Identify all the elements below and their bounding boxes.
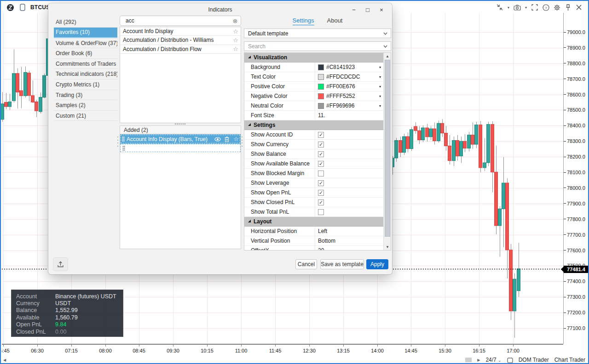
- text-value[interactable]: 20: [318, 247, 324, 250]
- result-row[interactable]: Accumulation / Distribution Flow☆: [120, 45, 241, 54]
- property-value[interactable]: [315, 169, 384, 178]
- category-item[interactable]: Technical indicators (218): [54, 69, 117, 80]
- property-grid-scrollbar[interactable]: ▲ ▼: [383, 53, 391, 250]
- dropdown-arrow-icon[interactable]: ▾: [379, 75, 381, 79]
- favorite-star-icon[interactable]: ☆: [231, 136, 241, 142]
- property-value[interactable]: 20: [315, 246, 384, 250]
- category-item[interactable]: Volume & OrderFlow (37): [54, 38, 117, 49]
- splitter-grip-right[interactable]: [242, 136, 243, 147]
- visibility-eye-icon[interactable]: [213, 137, 222, 142]
- checkbox[interactable]: [318, 171, 324, 176]
- splitter-grip-left[interactable]: [117, 136, 119, 147]
- property-value[interactable]: ✓: [315, 198, 384, 207]
- property-value[interactable]: ✓: [315, 130, 384, 139]
- price-axis[interactable]: 77481.4 79000.078900.078800.078700.07860…: [563, 13, 588, 344]
- category-item[interactable]: Favorites (10): [54, 28, 117, 38]
- result-row[interactable]: Accumulation / Distribution - Williams☆: [120, 36, 241, 45]
- checkbox[interactable]: ✓: [318, 190, 324, 196]
- settings-search-combo[interactable]: Search: [244, 41, 391, 51]
- symbol-link-icon[interactable]: [18, 3, 27, 12]
- category-item[interactable]: Custom (21): [54, 111, 117, 121]
- category-item[interactable]: Trading (3): [54, 90, 117, 101]
- property-value[interactable]: ✓: [315, 178, 384, 188]
- property-value[interactable]: Left: [315, 227, 384, 236]
- scrollbar-down-icon[interactable]: ▼: [384, 244, 391, 250]
- dom-trader-button[interactable]: DOM Trader: [519, 357, 549, 363]
- category-item[interactable]: Order Book (6): [54, 48, 117, 59]
- cancel-button[interactable]: Cancel: [295, 259, 317, 269]
- group-header[interactable]: Visualization: [244, 53, 384, 63]
- dialog-close-button[interactable]: ×: [375, 5, 388, 14]
- group-header[interactable]: Settings: [244, 120, 384, 130]
- property-value[interactable]: #FFDCDCDC▾: [315, 72, 384, 81]
- collapse-caret-icon[interactable]: ▾: [506, 6, 511, 10]
- pin-icon[interactable]: [563, 3, 572, 12]
- checkbox[interactable]: ✓: [318, 132, 324, 138]
- property-value[interactable]: ✓: [315, 188, 384, 197]
- search-clear-icon[interactable]: ⊗: [230, 17, 241, 24]
- session-selector[interactable]: 24/7 ⌄: [485, 357, 501, 363]
- screenshot-camera-icon[interactable]: [513, 3, 522, 12]
- dropdown-arrow-icon[interactable]: ▾: [379, 85, 381, 89]
- property-value[interactable]: ✓: [315, 159, 384, 168]
- property-value[interactable]: #FF00E676▾: [315, 82, 384, 91]
- text-value[interactable]: 11.: [318, 112, 325, 119]
- property-value[interactable]: #FF969696▾: [315, 101, 384, 110]
- category-item[interactable]: All (292): [54, 17, 117, 28]
- collapse-panel-icon[interactable]: [495, 3, 504, 12]
- close-icon[interactable]: [574, 3, 583, 12]
- category-item[interactable]: Commitments of Traders (4): [54, 59, 117, 69]
- dialog-maximize-button[interactable]: □: [361, 5, 375, 14]
- checkbox[interactable]: ✓: [318, 142, 324, 148]
- dialog-titlebar[interactable]: Indicators − □ ×: [48, 3, 392, 16]
- category-item[interactable]: Crypto Metrics (1): [54, 80, 117, 90]
- time-axis[interactable]: 05:4506:3007:1508:0008:4509:3010:1511:00…: [2, 344, 563, 356]
- delete-trash-icon[interactable]: [222, 136, 231, 142]
- dropdown-arrow-icon[interactable]: ▾: [379, 94, 381, 98]
- text-value[interactable]: Left: [318, 228, 327, 234]
- property-value[interactable]: Bottom: [315, 236, 384, 245]
- result-row[interactable]: Account Info Display☆: [120, 27, 241, 36]
- favorite-star-icon[interactable]: ☆: [231, 28, 241, 35]
- added-item-placeholder[interactable]: [120, 144, 241, 152]
- fullscreen-icon[interactable]: [530, 3, 539, 12]
- added-item-selected[interactable]: Account Info Display (Bars, True) ☆: [120, 134, 241, 144]
- scroll-left-icon[interactable]: ◀: [2, 358, 6, 362]
- property-value[interactable]: [315, 207, 384, 216]
- group-header[interactable]: Layout: [244, 217, 384, 227]
- property-value[interactable]: #FFFF5252▾: [315, 91, 384, 101]
- screenshot-caret-icon[interactable]: ▾: [524, 6, 528, 10]
- checkbox[interactable]: ✓: [318, 161, 324, 167]
- indicator-search-box[interactable]: acc ⊗: [120, 16, 241, 26]
- hscroll-thumb[interactable]: [465, 358, 472, 362]
- property-value[interactable]: ✓: [315, 149, 384, 159]
- text-value[interactable]: Bottom: [318, 238, 335, 244]
- indicator-search-input[interactable]: acc: [120, 17, 230, 24]
- chart-trader-button[interactable]: Chart Trader: [554, 357, 585, 363]
- dropdown-arrow-icon[interactable]: ▾: [379, 65, 381, 69]
- settings-gear-icon[interactable]: [552, 3, 561, 12]
- drag-handle-icon[interactable]: [121, 146, 127, 151]
- dropdown-arrow-icon[interactable]: ▾: [379, 104, 381, 108]
- tab-settings[interactable]: Settings: [293, 17, 314, 25]
- scrollbar-up-icon[interactable]: ▲: [384, 53, 391, 59]
- checkbox[interactable]: [318, 209, 324, 215]
- scroll-right-icon[interactable]: ▶: [477, 358, 480, 362]
- dialog-minimize-button[interactable]: −: [347, 5, 361, 14]
- property-value[interactable]: #C8141923▾: [315, 63, 384, 72]
- apply-button[interactable]: Apply: [366, 259, 388, 269]
- checkbox[interactable]: ✓: [318, 199, 324, 205]
- calendar-icon[interactable]: [507, 357, 513, 363]
- property-value[interactable]: 11.: [315, 111, 384, 120]
- help-icon[interactable]: ?: [541, 3, 550, 12]
- favorite-star-icon[interactable]: ☆: [231, 37, 241, 44]
- save-as-template-button[interactable]: Save as template: [320, 259, 364, 269]
- tab-about[interactable]: About: [327, 17, 343, 25]
- drag-handle-icon[interactable]: [120, 136, 127, 142]
- template-select[interactable]: Default template: [244, 28, 391, 38]
- scrollbar-thumb[interactable]: [385, 60, 390, 237]
- checkbox[interactable]: ✓: [318, 151, 324, 157]
- checkbox[interactable]: ✓: [318, 180, 324, 186]
- import-template-button[interactable]: [53, 257, 68, 271]
- favorite-star-icon[interactable]: ☆: [231, 46, 241, 52]
